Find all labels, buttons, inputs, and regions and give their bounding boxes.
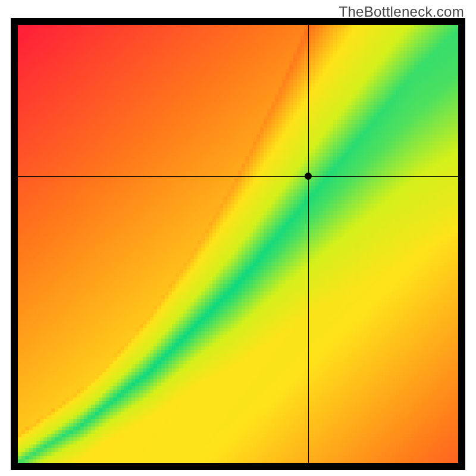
plot-frame — [11, 18, 465, 470]
crosshair-vertical — [308, 25, 309, 463]
watermark-text: TheBottleneck.com — [339, 4, 464, 20]
heatmap-canvas — [18, 25, 458, 463]
crosshair-horizontal — [18, 176, 458, 177]
chart-stage: TheBottleneck.com — [0, 0, 476, 476]
